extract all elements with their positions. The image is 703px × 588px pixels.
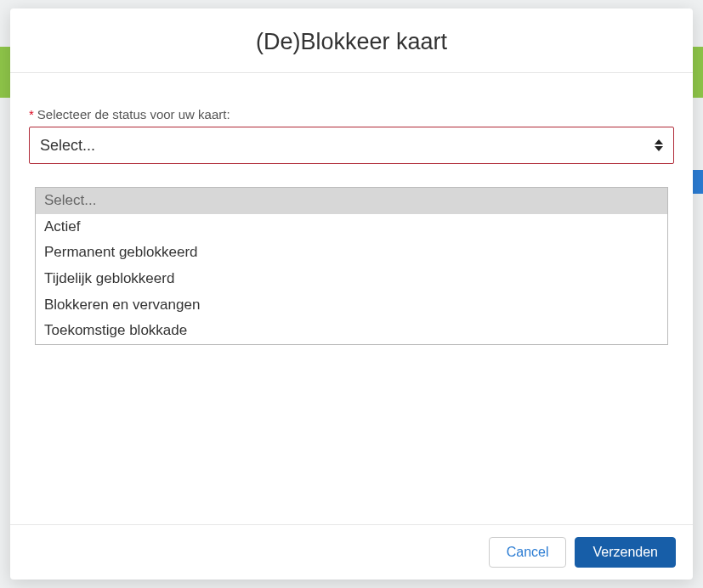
status-label-text: Selecteer de status voor uw kaart: bbox=[37, 107, 230, 122]
status-select-value: Select... bbox=[40, 137, 95, 155]
modal-block-card: (De)Blokkeer kaart *Selecteer de status … bbox=[10, 8, 693, 580]
option-blokkeren-en-vervangen[interactable]: Blokkeren en vervangen bbox=[36, 292, 667, 319]
option-actief[interactable]: Actief bbox=[36, 214, 667, 240]
option-placeholder[interactable]: Select... bbox=[36, 188, 667, 214]
status-field-label: *Selecteer de status voor uw kaart: bbox=[29, 107, 674, 122]
cancel-button[interactable]: Cancel bbox=[489, 537, 567, 568]
required-marker: * bbox=[29, 107, 34, 122]
modal-header: (De)Blokkeer kaart bbox=[10, 8, 693, 73]
modal-title: (De)Blokkeer kaart bbox=[27, 29, 676, 55]
modal-footer: Cancel Verzenden bbox=[10, 524, 693, 580]
option-tijdelijk-geblokkeerd[interactable]: Tijdelijk geblokkeerd bbox=[36, 266, 667, 292]
option-toekomstige-blokkade[interactable]: Toekomstige blokkade bbox=[36, 318, 667, 344]
option-permanent-geblokkeerd[interactable]: Permanent geblokkeerd bbox=[36, 240, 667, 266]
select-spinner-icon bbox=[655, 139, 663, 151]
status-dropdown: Select... Actief Permanent geblokkeerd T… bbox=[35, 187, 668, 345]
submit-button[interactable]: Verzenden bbox=[575, 537, 676, 568]
status-select[interactable]: Select... bbox=[29, 127, 674, 164]
